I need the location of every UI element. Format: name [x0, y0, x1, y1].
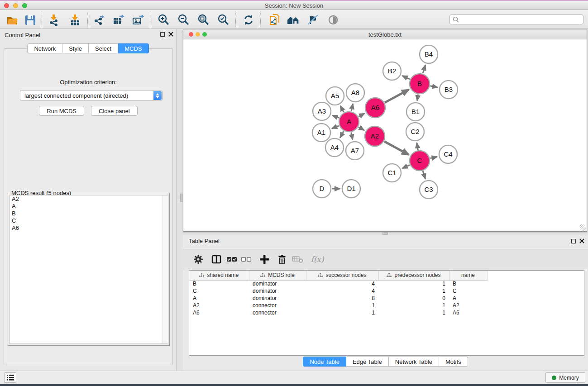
export-image-icon[interactable]	[131, 13, 144, 27]
cell-predecessor-nodes[interactable]: 1	[378, 280, 449, 287]
run-mcds-button[interactable]: Run MCDS	[39, 106, 84, 116]
export-table-icon[interactable]	[111, 13, 125, 27]
cell-successor-nodes[interactable]: 1	[306, 302, 378, 309]
new-network-from-selection-icon[interactable]	[268, 13, 282, 27]
column-header-shared-name[interactable]: shared name	[189, 271, 249, 280]
graph-edge-C-C2[interactable]	[417, 143, 418, 150]
graph-node-A6[interactable]: A6	[365, 98, 385, 118]
cell-shared-name[interactable]: A6	[189, 309, 249, 316]
column-header-name[interactable]: name	[449, 271, 487, 280]
close-panel-button[interactable]: Close panel	[91, 106, 138, 116]
memory-button[interactable]: Memory	[545, 372, 585, 383]
tab-network-table[interactable]: Network Table	[389, 357, 439, 367]
task-history-button[interactable]	[4, 372, 16, 383]
graph-node-C4[interactable]: C4	[439, 145, 457, 163]
column-header-mcds-role[interactable]: MCDS role	[249, 271, 306, 280]
tab-style[interactable]: Style	[62, 43, 89, 53]
horizontal-scroll-thumb[interactable]	[382, 232, 388, 235]
graph-edge-B-B1[interactable]	[417, 95, 418, 101]
table-row[interactable]: Cdominator41C	[189, 287, 584, 295]
tab-network[interactable]: Network	[27, 43, 62, 53]
graph-edge-B-B4[interactable]	[423, 65, 425, 73]
graph-edge-A-A5[interactable]	[340, 106, 344, 112]
graph-node-A1[interactable]: A1	[312, 124, 330, 142]
graph-edge-B-B2[interactable]	[402, 76, 410, 79]
graph-node-A3[interactable]: A3	[313, 102, 331, 120]
cell-successor-nodes[interactable]: 1	[306, 309, 378, 316]
graph-edge-A-A8[interactable]	[351, 104, 353, 111]
graph-node-A[interactable]: A	[339, 112, 359, 132]
graph-node-C2[interactable]: C2	[406, 123, 424, 141]
show-columns-icon[interactable]	[210, 253, 223, 266]
import-network-icon[interactable]	[47, 13, 61, 27]
cell-shared-name[interactable]: C	[189, 287, 249, 295]
show-graphics-details-icon[interactable]	[326, 13, 340, 27]
graph-edge-A6-B[interactable]	[385, 90, 409, 103]
graph-edge-A-A1[interactable]	[332, 126, 339, 129]
refresh-icon[interactable]	[242, 13, 255, 27]
column-header-successor-nodes[interactable]: successor nodes	[306, 271, 378, 280]
cell-mcds-role[interactable]: connector	[249, 309, 306, 316]
tab-node-table[interactable]: Node Table	[303, 357, 346, 367]
cell-name[interactable]: C	[449, 287, 487, 295]
graph-node-A8[interactable]: A8	[346, 84, 364, 102]
deselect-all-checkboxes-icon[interactable]	[240, 253, 253, 266]
result-list-scrollbar[interactable]	[163, 195, 168, 343]
cell-successor-nodes[interactable]: 8	[306, 295, 378, 302]
graph-edge-A-A4[interactable]	[340, 131, 344, 138]
zoom-out-icon[interactable]	[177, 13, 190, 27]
cell-successor-nodes[interactable]: 4	[306, 287, 378, 295]
cell-shared-name[interactable]: A	[189, 295, 249, 302]
float-panel-icon[interactable]	[160, 32, 165, 37]
graph-edge-B-B3[interactable]	[430, 86, 438, 87]
cell-successor-nodes[interactable]: 4	[306, 280, 378, 287]
hide-annotations-icon[interactable]	[306, 13, 320, 27]
table-row[interactable]: Adominator80A	[189, 295, 584, 302]
graph-node-A2[interactable]: A2	[365, 126, 385, 146]
vertical-scroll-thumb[interactable]	[180, 194, 183, 202]
table-row[interactable]: Bdominator41B	[189, 280, 584, 287]
search-input[interactable]	[462, 16, 583, 23]
tab-mcds[interactable]: MCDS	[118, 43, 148, 53]
network-canvas[interactable]: B4B2BB3A8A5A6A3B1AC2A1A2A4A7C4CC1DD1C3	[183, 39, 587, 231]
graph-node-C1[interactable]: C1	[383, 164, 401, 182]
table-row[interactable]: A2connector11A2	[189, 302, 584, 309]
graph-node-C3[interactable]: C3	[420, 181, 438, 199]
import-table-icon[interactable]	[68, 13, 82, 27]
graph-node-A4[interactable]: A4	[325, 138, 344, 157]
save-session-icon[interactable]	[24, 13, 37, 27]
cell-predecessor-nodes[interactable]: 1	[378, 309, 449, 316]
result-item[interactable]: A6	[10, 224, 168, 232]
window-resize-grip[interactable]	[580, 224, 586, 231]
zoom-fit-icon[interactable]	[196, 13, 210, 27]
tab-motifs[interactable]: Motifs	[439, 357, 468, 367]
select-all-checkboxes-icon[interactable]	[225, 253, 238, 266]
graph-node-B4[interactable]: B4	[420, 45, 438, 63]
network-window-titlebar[interactable]: testGlobe.txt	[183, 29, 587, 39]
graph-node-B3[interactable]: B3	[440, 81, 458, 99]
zoom-in-icon[interactable]	[157, 13, 170, 27]
cell-name[interactable]: A	[449, 295, 487, 302]
cell-predecessor-nodes[interactable]: 1	[378, 287, 449, 295]
close-panel-icon[interactable]	[168, 32, 173, 37]
graph-node-D1[interactable]: D1	[342, 180, 360, 198]
graph-node-B[interactable]: B	[410, 74, 430, 94]
cell-mcds-role[interactable]: dominator	[249, 295, 306, 302]
result-item[interactable]: B	[10, 210, 168, 217]
float-table-panel-icon[interactable]	[571, 239, 576, 243]
result-item[interactable]: C	[10, 217, 168, 224]
close-table-panel-icon[interactable]	[579, 238, 584, 243]
cyndex-browser-icon[interactable]	[287, 13, 300, 27]
cell-name[interactable]: B	[449, 280, 487, 287]
cell-shared-name[interactable]: B	[189, 280, 249, 287]
graph-node-A7[interactable]: A7	[346, 142, 364, 160]
tab-select[interactable]: Select	[89, 43, 118, 53]
cell-mcds-role[interactable]: dominator	[249, 280, 306, 287]
graph-node-D[interactable]: D	[313, 180, 331, 198]
column-header-predecessor-nodes[interactable]: predecessor nodes	[378, 271, 449, 280]
search-box[interactable]	[449, 14, 583, 24]
result-item[interactable]: A2	[10, 195, 168, 203]
cell-name[interactable]: A6	[449, 309, 487, 316]
cell-shared-name[interactable]: A2	[189, 302, 249, 309]
graph-edge-C-C3[interactable]	[423, 171, 425, 179]
